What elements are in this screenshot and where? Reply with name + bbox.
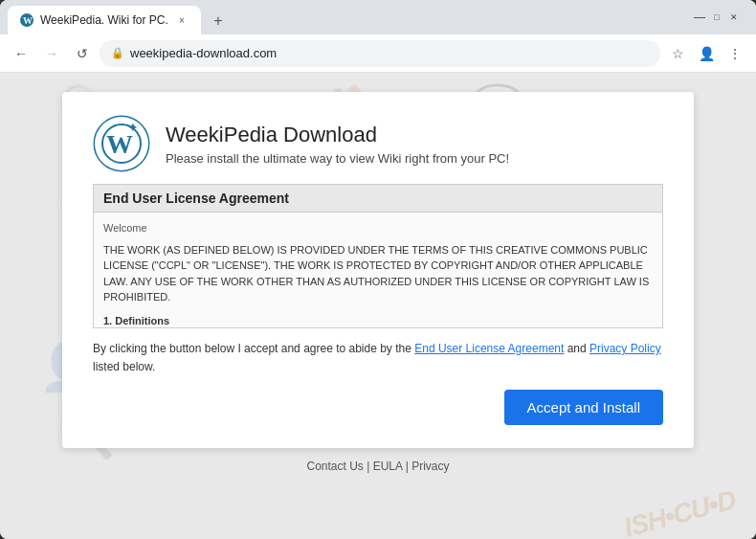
svg-text:✦: ✦ bbox=[127, 120, 139, 135]
reload-button[interactable]: ↺ bbox=[69, 40, 96, 67]
app-subtitle: Please install the ultimate way to view … bbox=[166, 151, 509, 166]
tab-favicon: W bbox=[19, 12, 34, 28]
app-title-section: WeekiPedia Download Please install the u… bbox=[166, 123, 509, 166]
consent-after: listed below. bbox=[93, 360, 155, 373]
eula-body-text: THE WORK (AS DEFINED BELOW) IS PROVIDED … bbox=[103, 242, 653, 305]
minimize-button[interactable]: — bbox=[693, 11, 706, 24]
window-controls: — □ ✕ bbox=[693, 11, 741, 24]
new-tab-button[interactable]: + bbox=[205, 8, 232, 34]
tab-close-button[interactable]: × bbox=[174, 12, 189, 28]
bookmark-button[interactable]: ☆ bbox=[664, 40, 691, 67]
active-tab[interactable]: W WeekiPedia. Wiki for PC. × bbox=[8, 6, 201, 34]
eula-link[interactable]: End User License Agreement bbox=[414, 342, 564, 355]
page-footer: Contact Us | EULA | Privacy bbox=[307, 460, 450, 473]
title-bar: W WeekiPedia. Wiki for PC. × + — □ ✕ bbox=[0, 0, 756, 34]
browser-window: W WeekiPedia. Wiki for PC. × + — □ ✕ ← →… bbox=[0, 0, 756, 539]
nav-actions: ☆ 👤 ⋮ bbox=[664, 40, 748, 67]
consent-before: By clicking the button below I accept an… bbox=[93, 342, 414, 355]
main-card: W ✦ WeekiPedia Download Please install t… bbox=[62, 92, 694, 448]
app-title: WeekiPedia Download bbox=[166, 123, 509, 147]
app-header: W ✦ WeekiPedia Download Please install t… bbox=[93, 115, 663, 172]
btn-row: Accept and Install bbox=[93, 390, 663, 425]
footer-contact-link[interactable]: Contact Us bbox=[307, 460, 364, 473]
footer-privacy-link[interactable]: Privacy bbox=[411, 460, 449, 473]
eula-welcome: Welcome bbox=[103, 220, 653, 236]
footer-eula-link[interactable]: EULA bbox=[373, 460, 403, 473]
consent-middle: and bbox=[564, 342, 589, 355]
tabs-bar: W WeekiPedia. Wiki for PC. × + bbox=[8, 0, 693, 34]
nav-bar: ← → ↺ 🔒 ☆ 👤 ⋮ bbox=[0, 34, 756, 73]
eula-container: End User License Agreement Welcome THE W… bbox=[93, 184, 663, 328]
eula-title: End User License Agreement bbox=[94, 185, 662, 213]
back-button[interactable]: ← bbox=[8, 40, 34, 67]
eula-section1-title: 1. Definitions bbox=[103, 313, 653, 328]
svg-text:W: W bbox=[23, 15, 33, 26]
privacy-link[interactable]: Privacy Policy bbox=[589, 342, 661, 355]
close-window-button[interactable]: ✕ bbox=[727, 11, 741, 24]
page-content: 🔍 ⚙ 🏠 💬 📷 🔔 💬 📶 👤 ⚙ 🏠 🔍 W bbox=[0, 73, 756, 539]
watermark: ISH•CU•D bbox=[621, 484, 739, 539]
forward-button[interactable]: → bbox=[38, 40, 65, 67]
lock-icon: 🔒 bbox=[111, 47, 124, 59]
accept-install-button[interactable]: Accept and Install bbox=[504, 390, 663, 425]
address-input[interactable] bbox=[130, 46, 649, 60]
address-bar[interactable]: 🔒 bbox=[100, 40, 660, 67]
app-logo: W ✦ bbox=[93, 115, 150, 172]
eula-scroll-area[interactable]: Welcome THE WORK (AS DEFINED BELOW) IS P… bbox=[94, 213, 662, 327]
footer-sep2: | bbox=[402, 460, 411, 473]
footer-sep1: | bbox=[364, 460, 373, 473]
consent-text: By clicking the button below I accept an… bbox=[93, 340, 663, 376]
tab-title: WeekiPedia. Wiki for PC. bbox=[40, 13, 168, 27]
more-button[interactable]: ⋮ bbox=[722, 40, 748, 67]
profile-button[interactable]: 👤 bbox=[693, 40, 720, 67]
maximize-button[interactable]: □ bbox=[710, 11, 723, 24]
